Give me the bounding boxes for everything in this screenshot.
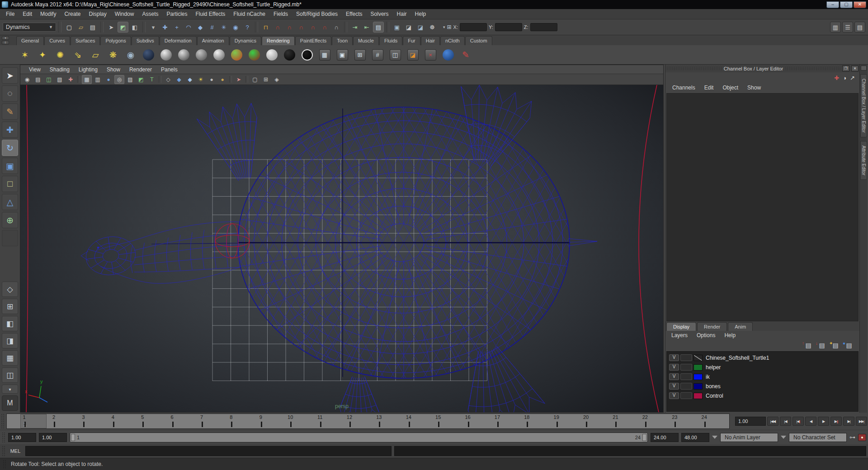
- blinn-material-icon[interactable]: [176, 47, 191, 62]
- frame-cell-14[interactable]: 14: [394, 414, 423, 428]
- directional-light-icon[interactable]: ⇘: [70, 47, 85, 62]
- go-to-end-button[interactable]: ▶▶|: [856, 417, 867, 426]
- frame-cell-12[interactable]: 12: [335, 414, 364, 428]
- universal-manipulator-tool[interactable]: □: [2, 176, 18, 192]
- menu-assets[interactable]: Assets: [138, 9, 162, 19]
- shelf-tab-rendering[interactable]: Rendering: [262, 36, 295, 45]
- use-background-icon[interactable]: [299, 47, 315, 62]
- move-layer-up-icon[interactable]: ▤↑: [803, 341, 813, 349]
- textured-icon[interactable]: ◆: [185, 75, 195, 84]
- speed-dial-icon[interactable]: ◑: [843, 75, 846, 81]
- viewport-menu-renderer[interactable]: Renderer: [125, 66, 156, 74]
- layer-visibility-toggle[interactable]: V: [669, 364, 679, 371]
- drag-handle[interactable]: [1, 414, 5, 429]
- select-deformations-mask-button[interactable]: #: [207, 22, 217, 33]
- animation-start-field[interactable]: 1.00: [8, 433, 36, 442]
- move-layer-down-icon[interactable]: ▤↓: [817, 341, 827, 349]
- layer-color-swatch[interactable]: [693, 364, 703, 371]
- set-key-icon[interactable]: ⊶: [849, 434, 855, 441]
- viewport-menu-lighting[interactable]: Lighting: [75, 66, 102, 74]
- frame-cell-1[interactable]: 1: [9, 414, 39, 428]
- viewport-menu-shading[interactable]: Shading: [46, 66, 74, 74]
- paint-effects-brush-icon[interactable]: ✎: [458, 47, 473, 62]
- frame-cell-3[interactable]: 3: [69, 414, 98, 428]
- snap-to-projected-center-button[interactable]: ∩: [307, 22, 318, 33]
- frame-cell-2[interactable]: 2: [39, 414, 68, 428]
- play-backwards-button[interactable]: ◀: [805, 417, 816, 426]
- viewport-menu-view[interactable]: View: [25, 66, 45, 74]
- menu-fluid-effects[interactable]: Fluid Effects: [191, 9, 229, 19]
- layout-persp-trax-button[interactable]: ◫: [2, 367, 18, 383]
- range-slider-bar[interactable]: 1 24: [70, 432, 648, 442]
- viewport-menu-panels[interactable]: Panels: [157, 66, 182, 74]
- layer-color-swatch[interactable]: [693, 383, 703, 390]
- menu-fluid-ncache[interactable]: Fluid nCache: [229, 9, 269, 19]
- layer-row-control[interactable]: VControl: [667, 391, 858, 400]
- panel-header[interactable]: Channel Box / Layer Editor ❐ ✕: [665, 65, 859, 72]
- use-all-lights-icon[interactable]: ☀: [196, 75, 206, 84]
- anisotropic-material-icon[interactable]: [158, 47, 174, 62]
- displacement-shader-icon[interactable]: [282, 47, 297, 62]
- layer-color-swatch[interactable]: [693, 355, 703, 361]
- 2d-pan-zoom-icon[interactable]: ✚: [66, 75, 75, 84]
- shelf-tab-painteffects[interactable]: PaintEffects: [295, 36, 332, 45]
- frame-cell-13[interactable]: 13: [364, 414, 394, 428]
- animation-end-field[interactable]: 48.00: [681, 433, 709, 442]
- select-joints-mask-button[interactable]: +: [171, 22, 182, 33]
- shelf-tab-fluids[interactable]: Fluids: [379, 36, 402, 45]
- menu-display[interactable]: Display: [85, 9, 110, 19]
- shelf-tab-toggle-button[interactable]: ▾: [2, 36, 9, 40]
- channel-box-menu-channels[interactable]: Channels: [668, 84, 699, 92]
- layer-visibility-toggle[interactable]: V: [669, 373, 679, 380]
- layer-editor-tab-render[interactable]: Render: [697, 322, 727, 331]
- frame-cell-21[interactable]: 21: [601, 414, 630, 428]
- menu-set-dropdown[interactable]: Dynamics ▼: [3, 23, 56, 32]
- menu-file[interactable]: File: [2, 9, 19, 19]
- shading-map-icon[interactable]: [246, 47, 262, 62]
- layer-row-chinese-softshell-turtle1[interactable]: VChinese_Softshell_Turtle1: [667, 353, 858, 362]
- shelf-tab-muscle[interactable]: Muscle: [353, 36, 379, 45]
- menu-fields[interactable]: Fields: [269, 9, 292, 19]
- channel-box-toggle[interactable]: ▥: [830, 22, 841, 33]
- snap-to-view-planes-button[interactable]: ∩: [319, 22, 330, 33]
- frame-cell-24[interactable]: 24: [689, 414, 719, 428]
- range-end-handle[interactable]: [642, 434, 646, 441]
- frame-cell-22[interactable]: 22: [630, 414, 660, 428]
- slider-mode-icon[interactable]: ↗: [850, 75, 855, 81]
- render-view-icon[interactable]: ▣: [335, 47, 350, 62]
- step-back-frame-button[interactable]: |◀: [780, 417, 791, 426]
- volume-light-icon[interactable]: ❋: [105, 47, 121, 62]
- select-rendering-mask-button[interactable]: ◉: [230, 22, 241, 33]
- attribute-editor-toggle[interactable]: ▤: [854, 22, 865, 33]
- lock-selection-button[interactable]: ⊓: [260, 22, 271, 33]
- channel-box-menu-show[interactable]: Show: [743, 84, 765, 92]
- layer-row-bones[interactable]: Vbones: [667, 381, 858, 391]
- channel-box-menu-object[interactable]: Object: [718, 84, 742, 92]
- select-by-hierarchy-button[interactable]: ➤: [106, 22, 117, 33]
- auto-keyframe-toggle[interactable]: ●: [858, 434, 866, 441]
- menu-particles[interactable]: Particles: [162, 9, 191, 19]
- shelf-tab-curves[interactable]: Curves: [44, 36, 70, 45]
- ipr-render-button[interactable]: ◪: [415, 22, 426, 33]
- layer-row-helper[interactable]: Vhelper: [667, 362, 858, 372]
- menu-solvers[interactable]: Solvers: [367, 9, 393, 19]
- time-slider[interactable]: 1 12345678910111213141516171819202122232…: [6, 414, 730, 429]
- menu-create[interactable]: Create: [60, 9, 85, 19]
- frame-cell-18[interactable]: 18: [512, 414, 542, 428]
- current-time-field[interactable]: 1.00: [735, 417, 766, 426]
- ocean-shader-icon[interactable]: [141, 47, 156, 62]
- select-handles-mask-button[interactable]: ✚: [160, 22, 170, 33]
- xray-icon[interactable]: ▢: [250, 75, 260, 84]
- paint-selection-tool[interactable]: ✎: [2, 103, 18, 120]
- select-tool[interactable]: ➤: [2, 67, 18, 84]
- menu-help[interactable]: Help: [411, 9, 430, 19]
- character-set-dropdown-icon[interactable]: [781, 436, 786, 439]
- layer-color-swatch[interactable]: [693, 374, 703, 380]
- open-scene-button[interactable]: ▱: [75, 22, 86, 33]
- shelf-tab-toon[interactable]: Toon: [332, 36, 353, 45]
- soft-modification-tool[interactable]: △: [2, 194, 18, 210]
- x-input[interactable]: [460, 23, 487, 31]
- coord-mode-icon[interactable]: ⊞: [447, 24, 452, 30]
- xray-joints-icon[interactable]: ⊞: [261, 75, 271, 84]
- new-scene-button[interactable]: ▢: [64, 22, 75, 33]
